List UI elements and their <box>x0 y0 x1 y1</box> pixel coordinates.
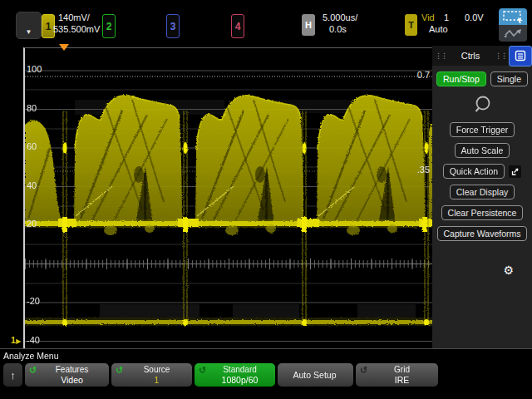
channel-1-level-marker[interactable]: 1▶ <box>11 335 21 345</box>
top-menu-dropdown-button[interactable]: ▼ <box>16 12 42 39</box>
y-axis-label-neg20: -20 <box>27 296 40 306</box>
softkey-menu-bar: Analyze Menu ↑ ↺ Features Video ↺ Source… <box>0 348 532 399</box>
knob-icon: ↺ <box>116 365 123 376</box>
controls-sidebar: ⋮⋮ Ctrls ⋮⋮ Run/Stop Single Forc <box>432 46 532 348</box>
external-action-icon <box>510 167 520 176</box>
single-button[interactable]: Single <box>490 71 528 86</box>
channel-3-number: 3 <box>170 21 176 32</box>
trigger-level: 0.0V <box>465 12 484 22</box>
y-axis-label-40: 40 <box>27 180 37 190</box>
quick-action-settings-button[interactable] <box>509 165 521 178</box>
softkey-label: Standard <box>206 365 273 374</box>
trigger-mode: Vid <box>421 12 435 22</box>
waveform-display-area[interactable]: 100 80 60 40 20 -20 -40 0.7 .35 <box>23 47 433 350</box>
sidebar-menu-button[interactable] <box>509 46 532 66</box>
capture-waveforms-button[interactable]: Capture Waveforms <box>437 226 528 241</box>
horizontal-badge[interactable]: H <box>302 14 315 36</box>
search-zoom-icon[interactable] <box>472 95 492 116</box>
oscilloscope-screen: ▼ 1 140mV/ 535.500mV 2 3 4 H 5.000us/ 0.… <box>0 0 532 399</box>
channel-1-number: 1 <box>46 21 52 32</box>
list-panel-icon <box>515 50 526 62</box>
up-arrow-icon: ↑ <box>10 369 16 382</box>
channel-1-offset: 535.500mV <box>53 24 100 34</box>
clear-persistence-button[interactable]: Clear Persistence <box>441 205 524 220</box>
softkey-grid[interactable]: ↺ Grid IRE <box>356 363 438 387</box>
drag-handle-icon[interactable]: ⋮⋮ <box>492 52 509 60</box>
softkey-label: Auto Setup <box>278 363 352 387</box>
trigger-badge-letter: T <box>408 20 414 30</box>
softkey-value: 1 <box>123 375 190 385</box>
softkey-auto-setup[interactable]: Auto Setup <box>278 363 353 387</box>
drag-handle-icon[interactable]: ⋮⋮ <box>432 52 449 60</box>
knob-icon: ↺ <box>199 365 206 376</box>
ref-level-label-0-7: 0.7 <box>417 70 430 80</box>
waveform-pan-button[interactable] <box>499 25 527 42</box>
channel-4-badge[interactable]: 4 <box>231 14 244 38</box>
softkey-features[interactable]: ↺ Features Video <box>25 363 109 387</box>
run-stop-button[interactable]: Run/Stop <box>436 71 486 86</box>
right-arrow-icon: ▶ <box>16 337 21 345</box>
ref-level-label-35: .35 <box>417 165 430 175</box>
y-axis-label-20: 20 <box>27 219 37 229</box>
softkey-value: Video <box>37 375 107 385</box>
y-axis-label-80: 80 <box>27 103 37 113</box>
dashed-selection-icon <box>502 10 524 23</box>
quick-action-button[interactable]: Quick Action <box>443 164 505 179</box>
softkey-label: Features <box>37 365 107 374</box>
zigzag-arrows-icon <box>502 27 524 39</box>
trigger-source: 1 <box>444 12 449 22</box>
clear-display-button[interactable]: Clear Display <box>450 185 515 200</box>
auto-scale-button[interactable]: Auto Scale <box>455 143 510 158</box>
trigger-position-marker[interactable] <box>59 44 69 51</box>
channel-3-badge[interactable]: 3 <box>166 14 180 38</box>
top-right-tools <box>499 8 527 42</box>
softkey-label: Source <box>123 365 190 374</box>
y-axis-label-neg40: -40 <box>27 335 40 345</box>
channel-4-number: 4 <box>235 21 241 32</box>
channel-1-scale: 140mV/ <box>58 12 90 22</box>
timebase-delay: 0.0s <box>329 24 347 34</box>
force-trigger-button[interactable]: Force Trigger <box>450 122 515 137</box>
trigger-badge[interactable]: T <box>405 14 417 36</box>
trigger-sweep: Auto <box>429 24 448 34</box>
menu-title: Analyze Menu <box>3 351 59 361</box>
zoom-box-select-button[interactable] <box>499 8 527 25</box>
knob-icon: ↺ <box>29 365 37 376</box>
menu-back-button[interactable]: ↑ <box>3 363 22 387</box>
softkey-value: 1080p/60 <box>206 375 273 385</box>
waveform-graphic <box>25 48 432 350</box>
softkey-label: Grid <box>367 365 436 374</box>
y-axis-label-100: 100 <box>27 64 42 74</box>
timebase-scale: 5.000us/ <box>323 12 357 22</box>
channel-2-number: 2 <box>106 21 112 32</box>
softkey-standard[interactable]: ↺ Standard 1080p/60 <box>195 363 275 387</box>
knob-icon: ↺ <box>360 365 367 376</box>
softkey-source[interactable]: ↺ Source 1 <box>111 363 192 387</box>
channel-2-badge[interactable]: 2 <box>102 14 116 38</box>
softkey-value: IRE <box>367 375 436 385</box>
gear-settings-icon[interactable]: ⚙ <box>503 264 514 277</box>
dropdown-arrow-icon: ▼ <box>26 27 32 38</box>
sidebar-title: Ctrls <box>449 51 492 61</box>
sidebar-header: ⋮⋮ Ctrls ⋮⋮ <box>432 46 532 66</box>
y-axis-label-60: 60 <box>27 141 37 151</box>
horizontal-badge-letter: H <box>305 20 312 30</box>
